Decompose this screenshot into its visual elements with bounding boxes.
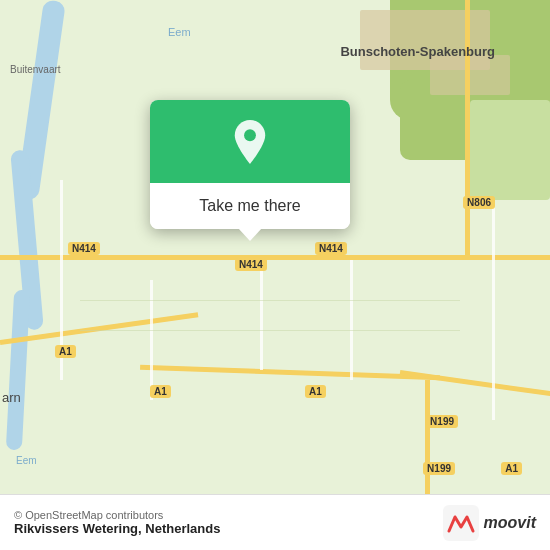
road-white-5 xyxy=(492,200,495,420)
label-n414-left: N414 xyxy=(68,242,100,255)
moovit-logo: moovit xyxy=(443,505,536,541)
svg-point-0 xyxy=(244,129,256,141)
take-me-there-button[interactable]: Take me there xyxy=(150,183,350,229)
moovit-text: moovit xyxy=(484,514,536,532)
label-n199-1: N199 xyxy=(426,415,458,428)
label-n806: N806 xyxy=(463,196,495,209)
city-blocks-2 xyxy=(430,55,510,95)
location-pin-icon xyxy=(228,120,272,164)
road-n806 xyxy=(465,0,470,260)
popup-icon-area xyxy=(150,100,350,183)
label-a1-4: A1 xyxy=(501,462,522,475)
label-a1-3: A1 xyxy=(305,385,326,398)
label-n414-center: N414 xyxy=(235,258,267,271)
moovit-icon xyxy=(443,505,479,541)
label-buitenvaart: Buitenvaart xyxy=(10,64,61,75)
label-bunschoten: Bunschoten-Spakenburg xyxy=(340,44,495,59)
label-eem-top: Eem xyxy=(168,26,191,38)
label-arn: arn xyxy=(2,390,21,405)
road-white-4 xyxy=(350,260,353,380)
field-line-2 xyxy=(80,330,460,331)
label-a1-1: A1 xyxy=(55,345,76,358)
label-n414-right: N414 xyxy=(315,242,347,255)
svg-rect-1 xyxy=(443,505,479,541)
copyright-text: © OpenStreetMap contributors xyxy=(14,509,443,521)
location-name: Rikvissers Wetering, Netherlands xyxy=(14,521,433,536)
label-a1-2: A1 xyxy=(150,385,171,398)
park-area xyxy=(470,100,550,200)
field-line-1 xyxy=(80,300,460,301)
popup-card: Take me there xyxy=(150,100,350,229)
label-n199-2: N199 xyxy=(423,462,455,475)
road-white-3 xyxy=(260,270,263,370)
map-container: N414 N414 N414 N806 A1 A1 A1 A1 N199 N19… xyxy=(0,0,550,550)
label-eem-bottom: Eem xyxy=(16,455,37,466)
road-white-2 xyxy=(150,280,153,400)
bottom-bar: © OpenStreetMap contributors Rikvissers … xyxy=(0,494,550,550)
